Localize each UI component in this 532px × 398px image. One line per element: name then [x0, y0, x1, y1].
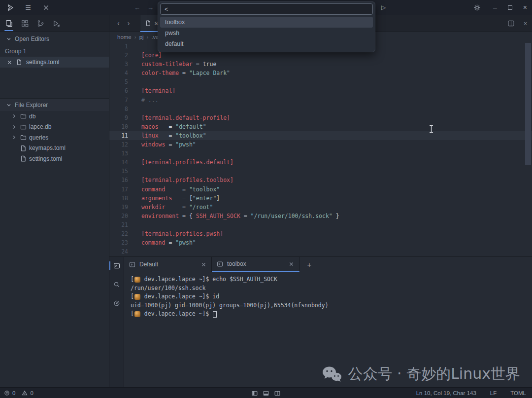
- close-icon[interactable]: [7, 60, 12, 65]
- tree-item[interactable]: lapce.db: [0, 122, 109, 133]
- code-text: custom-titlebar = true: [128, 60, 216, 69]
- palette-item[interactable]: default: [160, 38, 373, 49]
- code-line[interactable]: 5: [109, 77, 532, 86]
- code-token: [terminal.profiles.toolbox]: [141, 177, 233, 183]
- editor-scrollbar[interactable]: [525, 43, 531, 165]
- debug-panel-icon[interactable]: [48, 15, 64, 32]
- file-explorer-panel-icon[interactable]: [1, 15, 17, 32]
- problems-status[interactable]: 0 0: [0, 390, 33, 396]
- chevron-down-icon: [6, 102, 12, 108]
- close-icon[interactable]: [201, 262, 206, 267]
- toggle-right-panel-icon[interactable]: [274, 390, 281, 397]
- menu-icon[interactable]: ☰: [23, 2, 33, 13]
- terminal-tab-default[interactable]: Default: [124, 257, 212, 272]
- nav-forward-icon[interactable]: →: [147, 4, 154, 11]
- code-line[interactable]: 24: [109, 247, 532, 256]
- breadcrumb-part[interactable]: pj: [139, 34, 144, 40]
- terminal-panel-icon[interactable]: [109, 261, 124, 271]
- tree-item[interactable]: queries: [0, 132, 109, 143]
- minimize-button[interactable]: –: [493, 3, 497, 11]
- terminal-line: /run/user/100/ssh.sock: [131, 284, 532, 293]
- code-line[interactable]: 19workdir = "/root": [109, 203, 532, 212]
- breadcrumb-part[interactable]: home: [117, 34, 132, 40]
- code-line[interactable]: 7# ...: [109, 96, 532, 105]
- code-line[interactable]: 3custom-titlebar = true: [109, 60, 532, 69]
- code-line[interactable]: 6[terminal]: [109, 86, 532, 95]
- code-token: arguments: [141, 195, 172, 202]
- toggle-left-panel-icon[interactable]: [252, 390, 258, 397]
- tab-forward-icon[interactable]: ›: [128, 19, 130, 27]
- code-line[interactable]: 8: [109, 105, 532, 113]
- code-token: [terminal.profiles.pwsh]: [141, 230, 223, 237]
- code-line[interactable]: 12windows = "pwsh": [109, 140, 532, 149]
- code-line[interactable]: 9[terminal.default-profile]: [109, 113, 532, 122]
- line-number: 23: [109, 238, 128, 247]
- file-explorer-header[interactable]: File Explorer: [0, 98, 109, 111]
- code-line[interactable]: 23command = "pwsh": [109, 238, 532, 247]
- error-count-icon: [4, 390, 10, 396]
- code-line[interactable]: 11linux = "toolbox": [109, 131, 532, 140]
- code-line[interactable]: 15: [109, 167, 532, 176]
- nav-back-icon[interactable]: ←: [134, 4, 140, 11]
- breadcrumb-separator: ›: [147, 34, 149, 40]
- maximize-button[interactable]: [508, 5, 512, 10]
- new-terminal-button[interactable]: +: [299, 257, 319, 272]
- code-line[interactable]: 4color-theme = "Lapce Dark": [109, 69, 532, 77]
- tree-item[interactable]: db: [0, 111, 109, 122]
- chevron-right-icon[interactable]: [10, 135, 18, 140]
- code-line[interactable]: 20environment = { SSH_AUTH_SOCK = "/run/…: [109, 212, 532, 220]
- code-line[interactable]: 13: [109, 149, 532, 158]
- problems-panel-icon[interactable]: [109, 298, 124, 308]
- palette-input[interactable]: <: [160, 3, 373, 15]
- line-number: 1: [109, 42, 128, 51]
- code-text: command = "toolbox": [128, 185, 220, 194]
- line-number: 20: [109, 212, 128, 220]
- line-number: 9: [109, 113, 128, 122]
- line-number: 10: [109, 122, 128, 131]
- source-control-panel-icon[interactable]: [33, 15, 48, 32]
- code-line[interactable]: 17command = "toolbox": [109, 185, 532, 194]
- chevron-right-icon[interactable]: [10, 124, 18, 130]
- close-editor-icon[interactable]: ×: [524, 20, 527, 27]
- terminal-tab-label: Default: [139, 261, 158, 268]
- error-count: 0: [12, 390, 15, 396]
- code-editor[interactable]: 12[core]3custom-titlebar = true4color-th…: [109, 42, 532, 256]
- code-line[interactable]: 16[terminal.profiles.toolbox]: [109, 176, 532, 184]
- split-editor-icon[interactable]: [507, 20, 515, 27]
- palette-item[interactable]: pwsh: [160, 28, 373, 38]
- tree-item[interactable]: keymaps.toml: [0, 143, 109, 154]
- toggle-bottom-panel-icon[interactable]: [263, 390, 269, 397]
- line-ending[interactable]: LF: [490, 390, 497, 396]
- run-button[interactable]: ▷: [381, 0, 386, 15]
- chevron-right-icon[interactable]: [10, 113, 18, 119]
- code-line[interactable]: 22[terminal.profiles.pwsh]: [109, 229, 532, 238]
- breadcrumb-separator: ›: [134, 34, 136, 40]
- search-panel-icon[interactable]: [109, 280, 124, 289]
- code-token: = {: [179, 213, 196, 219]
- close-window-button[interactable]: ×: [523, 3, 527, 11]
- terminal-tab-label: toolbox: [227, 260, 246, 267]
- code-token: =: [165, 141, 175, 148]
- settings-gear-icon[interactable]: [471, 2, 482, 13]
- cursor-position[interactable]: Ln 10, Col 19, Char 143: [416, 390, 476, 396]
- plugins-panel-icon[interactable]: [17, 15, 33, 32]
- open-editor-item[interactable]: settings.toml: [0, 57, 109, 68]
- code-token: [terminal.profiles.default]: [141, 159, 233, 166]
- code-text: [terminal.profiles.toolbox]: [128, 176, 233, 184]
- code-line[interactable]: 18arguments = ["enter"]: [109, 194, 532, 203]
- close-icon[interactable]: [289, 261, 294, 267]
- code-text: linux = "toolbox": [128, 131, 206, 140]
- code-line[interactable]: 10macos = "default": [109, 122, 532, 131]
- terminal-tab-toolbox[interactable]: toolbox: [212, 257, 299, 272]
- tree-item[interactable]: settings.toml: [0, 153, 109, 164]
- open-editors-header[interactable]: Open Editors: [0, 32, 109, 46]
- code-text: [128, 42, 141, 51]
- terminal-text: dev.lapce.lapce ~]$ id: [141, 292, 219, 301]
- language-mode[interactable]: TOML: [510, 390, 526, 396]
- tree-item-label: db: [29, 113, 35, 120]
- code-line[interactable]: 14[terminal.profiles.default]: [109, 158, 532, 167]
- remote-connection-icon[interactable]: [40, 2, 51, 13]
- palette-item[interactable]: toolbox: [160, 17, 373, 28]
- code-line[interactable]: 21: [109, 220, 532, 229]
- tab-back-icon[interactable]: ‹: [117, 19, 120, 27]
